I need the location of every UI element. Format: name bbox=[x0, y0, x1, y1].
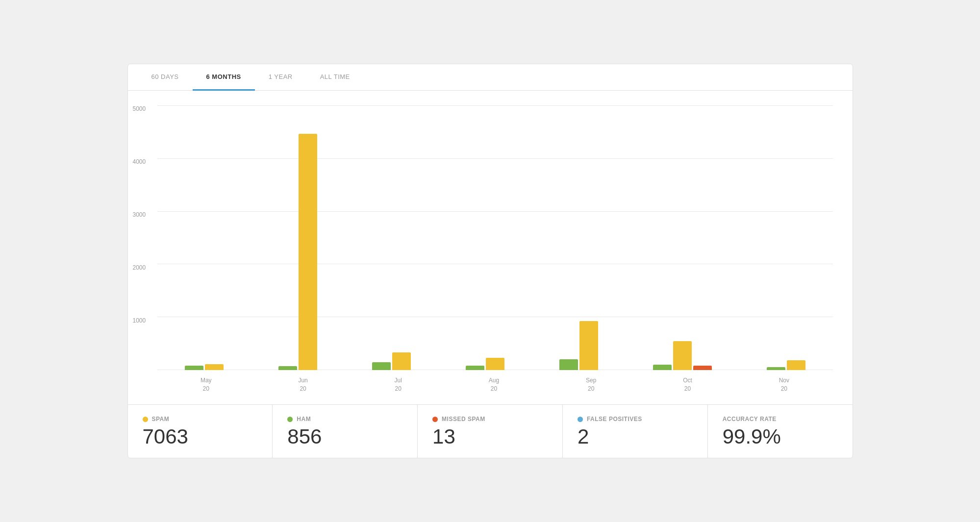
stat-label-spam: SPAM bbox=[143, 416, 258, 423]
bars-stack bbox=[278, 134, 317, 370]
stat-label-text-accuracy-rate: ACCURACY RATE bbox=[723, 416, 777, 423]
stat-missed-spam: MISSED SPAM13 bbox=[418, 405, 563, 458]
y-label: 1000 bbox=[133, 317, 146, 324]
bar-group-may bbox=[185, 364, 224, 370]
bars-stack bbox=[767, 360, 805, 370]
dot-missed-spam bbox=[432, 417, 438, 422]
bar-ham bbox=[278, 366, 297, 370]
tab-6months[interactable]: 6 MONTHS bbox=[193, 64, 255, 91]
stat-value-spam: 7063 bbox=[143, 426, 258, 447]
stat-label-ham: HAM bbox=[287, 416, 402, 423]
bar-group-nov bbox=[767, 360, 805, 370]
stat-label-text-ham: HAM bbox=[297, 416, 311, 423]
stat-false-positives: FALSE POSITIVES2 bbox=[563, 405, 708, 458]
stats-row: SPAM7063HAM856MISSED SPAM13FALSE POSITIV… bbox=[128, 404, 853, 458]
tab-1year[interactable]: 1 YEAR bbox=[255, 64, 306, 91]
bars-stack bbox=[466, 358, 504, 370]
bars-stack bbox=[185, 364, 224, 370]
y-label: 2000 bbox=[133, 264, 146, 271]
x-label-aug: Aug20 bbox=[489, 376, 499, 393]
bar-ham bbox=[466, 366, 484, 370]
stat-value-false-positives: 2 bbox=[578, 426, 693, 447]
tab-alltime[interactable]: ALL TIME bbox=[306, 64, 364, 91]
bar-group-jun bbox=[278, 134, 317, 370]
bar-missed bbox=[693, 366, 712, 370]
bar-ham bbox=[767, 367, 785, 370]
bars-stack bbox=[653, 341, 712, 370]
tab-60days[interactable]: 60 DAYS bbox=[138, 64, 193, 91]
x-label-sep: Sep20 bbox=[586, 376, 596, 393]
main-card: 60 DAYS6 MONTHS1 YEARALL TIME 5000400030… bbox=[127, 64, 853, 458]
bar-spam bbox=[299, 134, 317, 370]
bar-ham bbox=[559, 359, 578, 370]
bars-area bbox=[157, 105, 833, 370]
stat-ham: HAM856 bbox=[273, 405, 418, 458]
x-label-may: May20 bbox=[201, 376, 212, 393]
y-label: 3000 bbox=[133, 211, 146, 218]
x-label-nov: Nov20 bbox=[779, 376, 789, 393]
stat-label-false-positives: FALSE POSITIVES bbox=[578, 416, 693, 423]
x-label-jul: Jul20 bbox=[395, 376, 402, 393]
chart-area: 50004000300020001000 May20Jun20Jul20Aug2… bbox=[128, 91, 853, 404]
stat-label-accuracy-rate: ACCURACY RATE bbox=[723, 416, 838, 423]
stat-value-ham: 856 bbox=[287, 426, 402, 447]
bar-ham bbox=[185, 366, 203, 370]
tab-bar: 60 DAYS6 MONTHS1 YEARALL TIME bbox=[128, 64, 853, 91]
stat-value-accuracy-rate: 99.9% bbox=[723, 426, 838, 447]
bar-spam bbox=[673, 341, 692, 370]
dot-false-positives bbox=[578, 417, 583, 422]
bar-spam bbox=[579, 321, 598, 370]
y-axis: 50004000300020001000 bbox=[133, 105, 146, 370]
dot-spam bbox=[143, 417, 148, 422]
bar-ham bbox=[653, 365, 672, 370]
stat-label-text-spam: SPAM bbox=[152, 416, 170, 423]
bar-spam bbox=[787, 360, 805, 370]
chart-container: 50004000300020001000 May20Jun20Jul20Aug2… bbox=[157, 105, 833, 399]
stat-accuracy-rate: ACCURACY RATE99.9% bbox=[708, 405, 853, 458]
stat-spam: SPAM7063 bbox=[128, 405, 273, 458]
stat-label-missed-spam: MISSED SPAM bbox=[432, 416, 548, 423]
y-label: 4000 bbox=[133, 158, 146, 165]
bars-stack bbox=[559, 321, 598, 370]
x-label-jun: Jun20 bbox=[298, 376, 307, 393]
bar-spam bbox=[486, 358, 504, 370]
bar-spam bbox=[392, 352, 411, 370]
bar-group-jul bbox=[372, 352, 411, 370]
bar-group-aug bbox=[466, 358, 504, 370]
x-label-oct: Oct20 bbox=[683, 376, 692, 393]
bars-stack bbox=[372, 352, 411, 370]
y-label: 5000 bbox=[133, 105, 146, 112]
x-labels: May20Jun20Jul20Aug20Sep20Oct20Nov20 bbox=[157, 373, 833, 399]
bar-spam bbox=[205, 364, 224, 370]
bar-ham bbox=[372, 362, 391, 370]
bar-group-sep bbox=[559, 321, 598, 370]
stat-label-text-missed-spam: MISSED SPAM bbox=[442, 416, 485, 423]
stat-value-missed-spam: 13 bbox=[432, 426, 548, 447]
dot-ham bbox=[287, 417, 293, 422]
bar-group-oct bbox=[653, 341, 712, 370]
stat-label-text-false-positives: FALSE POSITIVES bbox=[587, 416, 642, 423]
